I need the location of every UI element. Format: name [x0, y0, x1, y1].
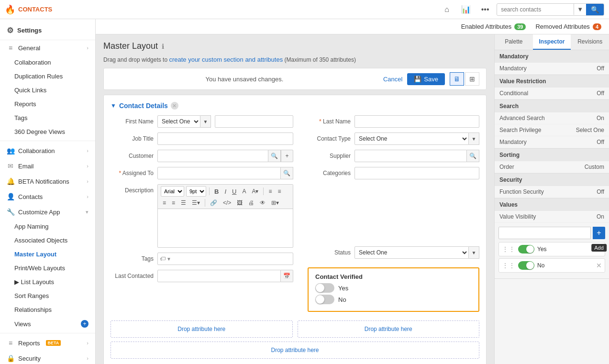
sidebar-item-relationships[interactable]: Relationships [0, 303, 95, 317]
font-color-button[interactable]: A [240, 187, 248, 196]
tags-input[interactable]: 🏷 ▼ [157, 253, 293, 265]
calendar-icon[interactable]: 📅 [281, 270, 293, 282]
stats-button[interactable]: 📊 [458, 2, 474, 17]
value-drag-no-icon[interactable]: ⋮⋮ [502, 262, 515, 269]
tab-palette[interactable]: Palette [495, 34, 533, 50]
last-contacted-label: Last Contacted [111, 273, 154, 279]
customer-search-icon[interactable]: 🔍 [268, 150, 281, 162]
customer-add-icon[interactable]: + [281, 150, 293, 162]
customer-input[interactable] [157, 150, 268, 162]
sidebar-item-security[interactable]: 🔒 Security › [0, 351, 95, 364]
font-size-select[interactable]: 9pt [186, 186, 206, 197]
sidebar-item-beta-notifications[interactable]: 🔔 BETA Notifications › [0, 174, 95, 189]
sidebar-item-sort-ranges[interactable]: Sort Ranges [0, 289, 95, 303]
value-toggle-no[interactable] [518, 261, 534, 270]
first-name-input[interactable] [215, 115, 293, 128]
cancel-button[interactable]: Cancel [383, 76, 402, 83]
job-title-label: Job Title [111, 135, 154, 142]
first-name-prefix-dropdown[interactable]: Select One [157, 115, 200, 128]
cv-no-toggle[interactable] [315, 295, 334, 304]
sidebar-item-360[interactable]: 360 Degree Views [0, 125, 95, 139]
print-button[interactable]: 🖨 [246, 199, 256, 207]
value-item-no: ⋮⋮ No ✕ [498, 258, 605, 273]
contact-type-select[interactable]: Select One [354, 132, 469, 145]
value-drag-yes-icon[interactable]: ⋮⋮ [502, 245, 515, 253]
value-toggle-yes[interactable] [518, 245, 534, 254]
job-title-input[interactable] [157, 132, 293, 145]
font-family-select[interactable]: Arial [161, 186, 184, 197]
sidebar-item-duplication-rules[interactable]: Duplication Rules [0, 69, 95, 83]
tab-revisions[interactable]: Revisions [571, 34, 609, 50]
sidebar-item-app-naming[interactable]: App Naming [0, 220, 95, 233]
sidebar-item-print-layouts[interactable]: Print/Web Layouts [0, 261, 95, 275]
sidebar-item-quick-links[interactable]: Quick Links [0, 83, 95, 97]
description-body[interactable] [158, 209, 293, 247]
tab-inspector[interactable]: Inspector [533, 34, 571, 50]
search-submit-button[interactable]: 🔍 [586, 4, 604, 15]
last-name-label: Last Name [308, 118, 351, 125]
sidebar-item-customize-app[interactable]: 🔧 Customize App ▾ [0, 204, 95, 220]
sidebar-item-tags[interactable]: Tags [0, 111, 95, 125]
drop-zone-2[interactable]: Drop attribute here [298, 320, 480, 338]
home-button[interactable]: ⌂ [439, 2, 454, 17]
list-button[interactable]: ☰ [179, 199, 188, 207]
assigned-to-search-icon[interactable]: 🔍 [281, 167, 293, 179]
list2-button[interactable]: ☰▾ [190, 199, 202, 207]
link-button[interactable]: 🔗 [208, 199, 219, 207]
sidebar-item-master-layout[interactable]: Master Layout [0, 247, 95, 261]
right-panel-tabs: Palette Inspector Revisions [495, 34, 609, 50]
sidebar-item-views[interactable]: Views + [0, 317, 95, 331]
sidebar-item-email[interactable]: ✉ Email › [0, 158, 95, 174]
contact-type-arrow-icon[interactable]: ▼ [469, 132, 479, 145]
underline-button[interactable]: U [230, 187, 238, 196]
assigned-to-input[interactable] [157, 167, 281, 179]
last-contacted-input[interactable] [157, 270, 281, 282]
sidebar-item-general[interactable]: ≡ General › [0, 40, 95, 55]
table-button[interactable]: ⊞▾ [269, 199, 281, 207]
categories-input[interactable] [354, 167, 479, 179]
section-collapse-icon[interactable]: ▼ [111, 102, 116, 109]
highlight-button[interactable]: A▾ [250, 187, 260, 196]
code-button[interactable]: </> [221, 199, 233, 207]
values-add-button[interactable]: + [593, 227, 605, 239]
search-dropdown-button[interactable]: ▼ [574, 4, 586, 15]
first-name-prefix-arrow[interactable]: ▼ [200, 115, 211, 128]
create-link[interactable]: create your custom section and attribute… [169, 56, 283, 63]
status-arrow-icon[interactable]: ▼ [469, 246, 479, 259]
search-input[interactable] [497, 4, 574, 15]
sidebar-item-list-layouts[interactable]: ▶ List Layouts [0, 275, 95, 289]
drop-zone-3[interactable]: Drop attribute here [111, 342, 479, 359]
desktop-view-button[interactable]: 🖥 [450, 72, 464, 86]
more-button[interactable]: ••• [477, 2, 493, 17]
bold-button[interactable]: B [212, 187, 221, 196]
section-remove-button[interactable]: ✕ [171, 102, 178, 110]
supplier-search-icon[interactable]: 🔍 [467, 150, 479, 162]
sidebar-item-collaboration2[interactable]: 👥 Collaboration › [0, 143, 95, 158]
image-button[interactable]: 🖼 [235, 199, 244, 207]
views-plus-icon[interactable]: + [81, 320, 89, 328]
cv-yes-toggle[interactable] [315, 283, 334, 293]
sidebar-item-contacts[interactable]: 👤 Contacts › [0, 189, 95, 204]
supplier-input[interactable] [354, 150, 467, 162]
sidebar-item-reports[interactable]: Reports [0, 97, 95, 111]
grid-view-button[interactable]: ⊞ [465, 72, 479, 86]
status-select[interactable]: Select One [354, 246, 469, 259]
values-add-section: + Add ⋮⋮ Yes ✕ [495, 223, 609, 278]
align-right-button[interactable]: ≡ [161, 199, 168, 207]
tags-row: Tags 🏷 ▼ [111, 253, 293, 265]
value-label-yes: Yes [537, 246, 593, 253]
values-add-input[interactable] [498, 227, 591, 239]
italic-button[interactable]: I [222, 187, 228, 196]
align-center-button[interactable]: ≡ [276, 187, 283, 196]
align-justify-button[interactable]: ≡ [170, 199, 177, 207]
save-button[interactable]: 💾 Save [407, 73, 445, 85]
preview-button[interactable]: 👁 [258, 199, 267, 207]
notifications-chevron-icon: › [87, 178, 89, 184]
last-name-input[interactable] [354, 115, 479, 128]
sidebar-item-reports2[interactable]: ≡ Reports BETA › [0, 335, 95, 351]
sidebar-item-associated-objects[interactable]: Associated Objects [0, 233, 95, 247]
align-left-button[interactable]: ≡ [266, 187, 274, 196]
value-remove-no-button[interactable]: ✕ [596, 262, 602, 269]
drop-zone-1[interactable]: Drop attribute here [111, 320, 293, 338]
sidebar-item-collaboration[interactable]: Collaboration [0, 55, 95, 69]
